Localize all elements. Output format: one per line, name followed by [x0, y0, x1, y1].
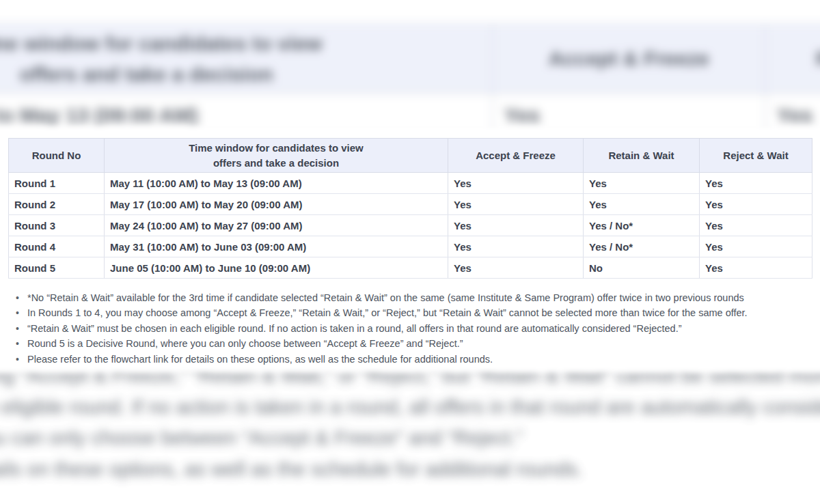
cell-retain: Yes — [584, 194, 700, 215]
cell-reject: Yes — [700, 194, 812, 215]
cell-reject: Yes — [700, 173, 812, 194]
table-row: Round 3May 24 (10:00 AM) to May 27 (09:0… — [9, 215, 812, 236]
note-item: *No “Retain & Wait” available for the 3r… — [8, 290, 812, 305]
col-header-accept-freeze: Accept & Freeze — [448, 139, 584, 173]
cell-retain: Yes / No* — [584, 236, 700, 257]
table-row: Round 4May 31 (10:00 AM) to June 03 (09:… — [9, 236, 812, 257]
notes-list: *No “Retain & Wait” available for the 3r… — [8, 290, 812, 367]
page: Round No Time window for candidates to v… — [0, 0, 820, 504]
note-item: “Retain & Wait” must be chosen in each e… — [8, 321, 812, 336]
cell-round: Round 4 — [9, 236, 105, 257]
table-row: Round 1May 11 (10:00 AM) to May 13 (09:0… — [9, 173, 812, 194]
cell-reject: Yes — [700, 257, 812, 279]
cell-accept: Yes — [448, 215, 584, 236]
cell-retain: Yes / No* — [584, 215, 700, 236]
table-row: Round 5June 05 (10:00 AM) to June 10 (09… — [9, 257, 812, 279]
col-header-time-window: Time window for candidates to view offer… — [105, 139, 448, 173]
note-item: Please refer to the flowchart link for d… — [8, 352, 812, 367]
rounds-schedule-table: Round No Time window for candidates to v… — [8, 138, 812, 279]
rounds-table-body: Round 1May 11 (10:00 AM) to May 13 (09:0… — [9, 173, 812, 279]
cell-accept: Yes — [448, 236, 584, 257]
table-header: Round No Time window for candidates to v… — [9, 139, 812, 173]
cell-round: Round 1 — [9, 173, 105, 194]
cell-accept: Yes — [448, 257, 584, 279]
cell-accept: Yes — [448, 173, 584, 194]
note-item: In Rounds 1 to 4, you may choose among “… — [8, 305, 812, 320]
col-header-retain-wait: Retain & Wait — [584, 139, 700, 173]
cell-retain: No — [584, 257, 700, 279]
note-item: Round 5 is a Decisive Round, where you c… — [8, 336, 812, 351]
cell-reject: Yes — [700, 215, 812, 236]
col-header-round-no: Round No — [9, 139, 105, 173]
table-row: Round 2May 17 (10:00 AM) to May 20 (09:0… — [9, 194, 812, 215]
cell-round: Round 2 — [9, 194, 105, 215]
cell-reject: Yes — [700, 236, 812, 257]
cell-window: May 24 (10:00 AM) to May 27 (09:00 AM) — [105, 215, 448, 236]
rounds-schedule-section: Round No Time window for candidates to v… — [8, 138, 812, 367]
cell-round: Round 5 — [9, 257, 105, 279]
cell-window: May 31 (10:00 AM) to June 03 (09:00 AM) — [105, 236, 448, 257]
cell-window: June 05 (10:00 AM) to June 10 (09:00 AM) — [105, 257, 448, 279]
cell-window: May 11 (10:00 AM) to May 13 (09:00 AM) — [105, 173, 448, 194]
cell-retain: Yes — [584, 173, 700, 194]
cell-accept: Yes — [448, 194, 584, 215]
col-header-reject-wait: Reject & Wait — [700, 139, 812, 173]
table-header-row: Round No Time window for candidates to v… — [9, 139, 812, 173]
cell-window: May 17 (10:00 AM) to May 20 (09:00 AM) — [105, 194, 448, 215]
cell-round: Round 3 — [9, 215, 105, 236]
